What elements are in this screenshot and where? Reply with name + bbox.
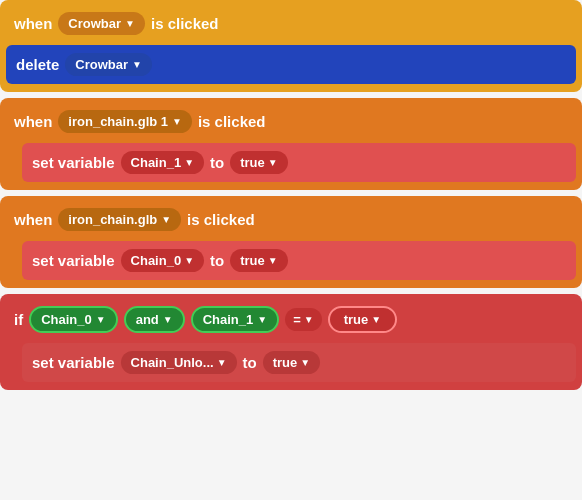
when-chain0-row: when iron_chain.glb ▼ is clicked: [6, 202, 576, 237]
chevron-icon-7: ▼: [268, 255, 278, 266]
if-condition-row: if Chain_0 ▼ and ▼ Chain_1 ▼ = ▼ true ▼: [6, 300, 576, 339]
chevron-icon-3: ▼: [184, 157, 194, 168]
delete-target-dropdown[interactable]: Crowbar ▼: [65, 53, 152, 76]
to-label-2: to: [210, 252, 224, 269]
chevron-icon-11: ▼: [304, 314, 314, 325]
blocks-container: when Crowbar ▼ is clicked delete Crowbar…: [0, 0, 582, 390]
set-chain1-row: set variable Chain_1 ▼ to true ▼: [22, 143, 576, 182]
block-group-if: if Chain_0 ▼ and ▼ Chain_1 ▼ = ▼ true ▼: [0, 294, 582, 390]
is-clicked-label-3: is clicked: [187, 211, 255, 228]
chevron-icon-9: ▼: [163, 314, 173, 325]
chain1-if-pill[interactable]: Chain_1 ▼: [191, 306, 279, 333]
when-chain1-row: when iron_chain.glb 1 ▼ is clicked: [6, 104, 576, 139]
chevron-icon-14: ▼: [300, 357, 310, 368]
set-label-1: set variable: [32, 154, 115, 171]
true-pill[interactable]: true ▼: [328, 306, 397, 333]
chain-unlock-val-pill[interactable]: true ▼: [263, 351, 320, 374]
block-group-crowbar: when Crowbar ▼ is clicked delete Crowbar…: [0, 0, 582, 92]
chevron-icon-delete: ▼: [132, 59, 142, 70]
to-label-1: to: [210, 154, 224, 171]
crowbar-dropdown[interactable]: Crowbar ▼: [58, 12, 145, 35]
chain0-if-pill[interactable]: Chain_0 ▼: [29, 306, 117, 333]
chain0-val-pill[interactable]: true ▼: [230, 249, 287, 272]
when-label-2: when: [14, 113, 52, 130]
iron-chain-dropdown[interactable]: iron_chain.glb ▼: [58, 208, 181, 231]
chain1-var-pill[interactable]: Chain_1 ▼: [121, 151, 204, 174]
is-clicked-label-2: is clicked: [198, 113, 266, 130]
set-label-3: set variable: [32, 354, 115, 371]
chevron-icon-12: ▼: [371, 314, 381, 325]
and-pill[interactable]: and ▼: [124, 306, 185, 333]
when-crowbar-row: when Crowbar ▼ is clicked: [6, 6, 576, 41]
eq-pill[interactable]: = ▼: [285, 308, 322, 331]
chain-unlock-var-pill[interactable]: Chain_Unlo... ▼: [121, 351, 237, 374]
when-label-1: when: [14, 15, 52, 32]
if-label: if: [14, 311, 23, 328]
to-label-3: to: [243, 354, 257, 371]
chevron-icon-10: ▼: [257, 314, 267, 325]
chevron-icon-4: ▼: [268, 157, 278, 168]
block-group-chain0: when iron_chain.glb ▼ is clicked set var…: [0, 196, 582, 288]
when-label-3: when: [14, 211, 52, 228]
chain1-val-pill[interactable]: true ▼: [230, 151, 287, 174]
iron-chain-1-dropdown[interactable]: iron_chain.glb 1 ▼: [58, 110, 192, 133]
chevron-icon-13: ▼: [217, 357, 227, 368]
chevron-icon-1: ▼: [125, 18, 135, 29]
delete-label: delete: [16, 56, 59, 73]
chain0-var-pill[interactable]: Chain_0 ▼: [121, 249, 204, 272]
set-chain0-row: set variable Chain_0 ▼ to true ▼: [22, 241, 576, 280]
delete-crowbar-row: delete Crowbar ▼: [6, 45, 576, 84]
chevron-icon-2: ▼: [172, 116, 182, 127]
is-clicked-label-1: is clicked: [151, 15, 219, 32]
chevron-icon-8: ▼: [96, 314, 106, 325]
set-chain-unlock-row: set variable Chain_Unlo... ▼ to true ▼: [22, 343, 576, 382]
chevron-icon-6: ▼: [184, 255, 194, 266]
set-label-2: set variable: [32, 252, 115, 269]
block-group-chain1: when iron_chain.glb 1 ▼ is clicked set v…: [0, 98, 582, 190]
chevron-icon-5: ▼: [161, 214, 171, 225]
